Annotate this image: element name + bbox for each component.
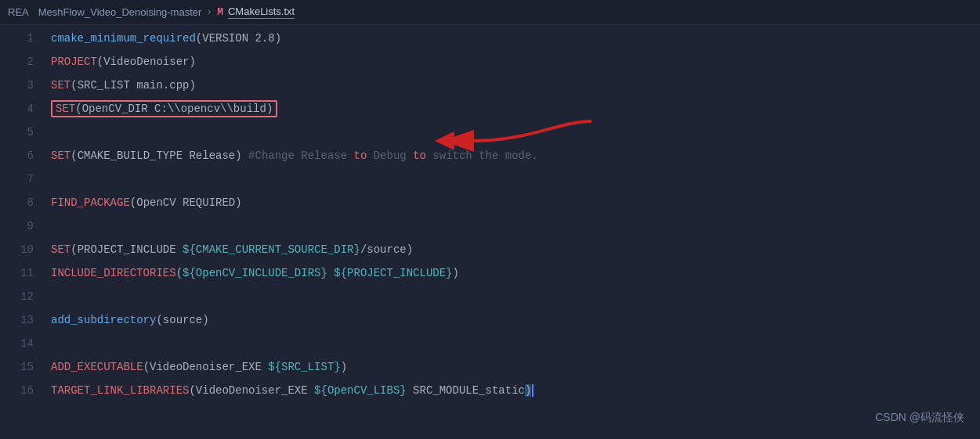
line-num-4: 4	[18, 97, 34, 121]
breadcrumb-bar: REA MeshFlow_Video_Denoising-master › M …	[0, 0, 980, 25]
code-line-6: SET(CMAKE_BUILD_TYPE Release) #Change Re…	[51, 144, 980, 167]
code-line-5	[51, 121, 980, 144]
code-line-2: PROJECT(VideoDenoiser)	[51, 50, 980, 74]
line-num-16: 16	[18, 379, 34, 402]
code-line-11: INCLUDE_DIRECTORIES(${OpenCV_INCLUDE_DIR…	[51, 261, 980, 285]
code-line-8: FIND_PACKAGE(OpenCV REQUIRED)	[51, 191, 980, 214]
line-num-13: 13	[18, 308, 34, 332]
code-line-14	[51, 332, 980, 355]
line-num-10: 10	[18, 238, 34, 261]
code-content[interactable]: cmake_minimum_required(VERSION 2.8) PROJ…	[43, 25, 980, 439]
code-kw-3: SET	[51, 79, 71, 92]
highlight-box-line4: SET(OpenCV_DIR C:\\opencv\\build)	[51, 100, 277, 117]
code-line-15: ADD_EXECUTABLE(VideoDenoiser_EXE ${SRC_L…	[51, 355, 980, 379]
breadcrumb-m-icon: M	[217, 6, 223, 18]
editor-area: 1 2 3 4 5 6 7 8 9 10 11 12 13 14 15 16 c…	[0, 25, 980, 439]
breadcrumb-rea: REA	[8, 6, 29, 18]
code-line-12	[51, 285, 980, 308]
code-line-3: SET(SRC_LIST main.cpp)	[51, 74, 980, 97]
code-line-1: cmake_minimum_required(VERSION 2.8)	[51, 27, 980, 50]
line-numbers: 1 2 3 4 5 6 7 8 9 10 11 12 13 14 15 16	[0, 25, 43, 439]
line-num-2: 2	[18, 50, 34, 74]
code-fn-1: cmake_minimum_required	[51, 32, 196, 45]
line-num-14: 14	[18, 332, 34, 355]
watermark: CSDN @码流怪侠	[875, 411, 964, 425]
line-num-8: 8	[18, 191, 34, 214]
code-line-9	[51, 214, 980, 238]
editor-cursor	[532, 384, 533, 397]
code-line-7	[51, 167, 980, 191]
breadcrumb-repo[interactable]: MeshFlow_Video_Denoising-master	[38, 6, 202, 18]
breadcrumb-file[interactable]: CMakeLists.txt	[228, 5, 295, 19]
line-num-5: 5	[18, 121, 34, 144]
line-num-6: 6	[18, 144, 34, 167]
line-num-9: 9	[18, 214, 34, 238]
line-num-1: 1	[18, 27, 34, 50]
code-line-13: add_subdirectory(source)	[51, 308, 980, 332]
line-num-11: 11	[18, 261, 34, 285]
code-line-4: SET(OpenCV_DIR C:\\opencv\\build)	[51, 97, 980, 121]
code-line-16: TARGET_LINK_LIBRARIES(VideoDenoiser_EXE …	[51, 379, 980, 402]
code-line-10: SET(PROJECT_INCLUDE ${CMAKE_CURRENT_SOUR…	[51, 238, 980, 261]
line-num-3: 3	[18, 74, 34, 97]
line-num-15: 15	[18, 355, 34, 379]
line-num-7: 7	[18, 167, 34, 191]
breadcrumb-sep2: ›	[206, 6, 212, 18]
line-num-12: 12	[18, 285, 34, 308]
code-kw-2: PROJECT	[51, 56, 97, 68]
